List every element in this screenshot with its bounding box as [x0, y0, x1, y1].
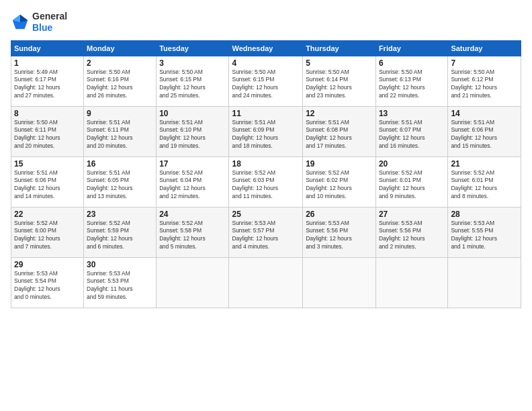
day-number: 29 — [14, 260, 81, 269]
day-number: 21 — [451, 159, 518, 169]
calendar-cell: 29Sunrise: 5:53 AM Sunset: 5:54 PM Dayli… — [11, 257, 84, 308]
day-number: 28 — [451, 210, 518, 219]
day-info: Sunrise: 5:50 AM Sunset: 6:13 PM Dayligh… — [379, 68, 445, 101]
day-info: Sunrise: 5:51 AM Sunset: 6:09 PM Dayligh… — [232, 119, 300, 151]
week-row-3: 15Sunrise: 5:51 AM Sunset: 6:06 PM Dayli… — [11, 156, 521, 207]
day-info: Sunrise: 5:51 AM Sunset: 6:06 PM Dayligh… — [451, 119, 518, 151]
day-number: 10 — [159, 109, 226, 118]
calendar-table: SundayMondayTuesdayWednesdayThursdayFrid… — [11, 40, 521, 308]
day-info: Sunrise: 5:52 AM Sunset: 6:01 PM Dayligh… — [451, 169, 518, 201]
calendar-cell: 9Sunrise: 5:51 AM Sunset: 6:11 PM Daylig… — [84, 106, 157, 156]
calendar-cell: 6Sunrise: 5:50 AM Sunset: 6:13 PM Daylig… — [375, 56, 447, 106]
day-info: Sunrise: 5:52 AM Sunset: 6:00 PM Dayligh… — [14, 220, 81, 252]
day-number: 27 — [379, 210, 445, 219]
calendar-cell — [229, 257, 303, 308]
day-number: 7 — [451, 58, 518, 68]
week-row-1: 1Sunrise: 5:49 AM Sunset: 6:17 PM Daylig… — [11, 56, 521, 106]
weekday-header-sunday: Sunday — [11, 40, 84, 56]
day-number: 23 — [87, 210, 153, 219]
day-number: 30 — [87, 260, 153, 269]
day-info: Sunrise: 5:52 AM Sunset: 5:58 PM Dayligh… — [159, 220, 226, 252]
day-info: Sunrise: 5:52 AM Sunset: 6:04 PM Dayligh… — [159, 169, 226, 201]
calendar-cell: 15Sunrise: 5:51 AM Sunset: 6:06 PM Dayli… — [11, 156, 84, 207]
day-number: 12 — [306, 109, 373, 118]
calendar-cell: 23Sunrise: 5:52 AM Sunset: 5:59 PM Dayli… — [84, 207, 157, 257]
day-number: 17 — [159, 159, 226, 169]
calendar-cell: 16Sunrise: 5:51 AM Sunset: 6:05 PM Dayli… — [84, 156, 157, 207]
day-info: Sunrise: 5:50 AM Sunset: 6:15 PM Dayligh… — [232, 68, 300, 101]
logo-icon — [11, 13, 30, 32]
weekday-header-friday: Friday — [375, 40, 447, 56]
calendar-header-row: SundayMondayTuesdayWednesdayThursdayFrid… — [11, 40, 521, 56]
calendar-cell: 10Sunrise: 5:51 AM Sunset: 6:10 PM Dayli… — [157, 106, 229, 156]
day-number: 14 — [451, 109, 518, 118]
day-info: Sunrise: 5:50 AM Sunset: 6:16 PM Dayligh… — [87, 68, 153, 101]
day-number: 20 — [379, 159, 445, 169]
day-info: Sunrise: 5:53 AM Sunset: 5:56 PM Dayligh… — [379, 220, 445, 252]
day-number: 24 — [159, 210, 226, 219]
day-info: Sunrise: 5:51 AM Sunset: 6:10 PM Dayligh… — [159, 119, 226, 151]
calendar-cell: 5Sunrise: 5:50 AM Sunset: 6:14 PM Daylig… — [303, 56, 376, 106]
day-number: 3 — [159, 58, 226, 68]
calendar-cell: 25Sunrise: 5:53 AM Sunset: 5:57 PM Dayli… — [229, 207, 303, 257]
day-info: Sunrise: 5:50 AM Sunset: 6:11 PM Dayligh… — [14, 119, 81, 151]
day-info: Sunrise: 5:52 AM Sunset: 6:01 PM Dayligh… — [379, 169, 445, 201]
weekday-header-tuesday: Tuesday — [157, 40, 229, 56]
calendar-cell: 19Sunrise: 5:52 AM Sunset: 6:02 PM Dayli… — [303, 156, 376, 207]
weekday-header-saturday: Saturday — [448, 40, 521, 56]
calendar-cell: 3Sunrise: 5:50 AM Sunset: 6:15 PM Daylig… — [157, 56, 229, 106]
logo-text: General Blue — [32, 11, 67, 34]
calendar-cell: 26Sunrise: 5:53 AM Sunset: 5:56 PM Dayli… — [303, 207, 376, 257]
day-number: 1 — [14, 58, 81, 68]
day-number: 18 — [232, 159, 300, 169]
day-info: Sunrise: 5:50 AM Sunset: 6:14 PM Dayligh… — [306, 68, 373, 101]
calendar-cell — [448, 257, 521, 308]
day-info: Sunrise: 5:49 AM Sunset: 6:17 PM Dayligh… — [14, 68, 81, 101]
day-info: Sunrise: 5:53 AM Sunset: 5:54 PM Dayligh… — [14, 270, 81, 302]
day-number: 9 — [87, 109, 153, 118]
day-number: 19 — [306, 159, 373, 169]
day-info: Sunrise: 5:51 AM Sunset: 6:05 PM Dayligh… — [87, 169, 153, 201]
day-info: Sunrise: 5:51 AM Sunset: 6:08 PM Dayligh… — [306, 119, 373, 151]
day-number: 2 — [87, 58, 153, 68]
weekday-header-monday: Monday — [84, 40, 157, 56]
calendar-cell: 20Sunrise: 5:52 AM Sunset: 6:01 PM Dayli… — [375, 156, 447, 207]
calendar-cell: 4Sunrise: 5:50 AM Sunset: 6:15 PM Daylig… — [229, 56, 303, 106]
calendar-cell: 7Sunrise: 5:50 AM Sunset: 6:12 PM Daylig… — [448, 56, 521, 106]
week-row-2: 8Sunrise: 5:50 AM Sunset: 6:11 PM Daylig… — [11, 106, 521, 156]
calendar-cell — [375, 257, 447, 308]
logo: General Blue — [11, 11, 67, 34]
calendar-cell: 17Sunrise: 5:52 AM Sunset: 6:04 PM Dayli… — [157, 156, 229, 207]
day-number: 4 — [232, 58, 300, 68]
day-number: 22 — [14, 210, 81, 219]
calendar-cell: 11Sunrise: 5:51 AM Sunset: 6:09 PM Dayli… — [229, 106, 303, 156]
calendar-cell: 22Sunrise: 5:52 AM Sunset: 6:00 PM Dayli… — [11, 207, 84, 257]
day-info: Sunrise: 5:50 AM Sunset: 6:12 PM Dayligh… — [451, 68, 518, 101]
week-row-4: 22Sunrise: 5:52 AM Sunset: 6:00 PM Dayli… — [11, 207, 521, 257]
day-info: Sunrise: 5:50 AM Sunset: 6:15 PM Dayligh… — [159, 68, 226, 101]
header: General Blue — [11, 11, 521, 34]
calendar-cell: 14Sunrise: 5:51 AM Sunset: 6:06 PM Dayli… — [448, 106, 521, 156]
calendar-cell: 24Sunrise: 5:52 AM Sunset: 5:58 PM Dayli… — [157, 207, 229, 257]
day-info: Sunrise: 5:53 AM Sunset: 5:56 PM Dayligh… — [306, 220, 373, 252]
weekday-header-thursday: Thursday — [303, 40, 376, 56]
day-number: 16 — [87, 159, 153, 169]
day-info: Sunrise: 5:52 AM Sunset: 6:03 PM Dayligh… — [232, 169, 300, 201]
calendar-cell: 2Sunrise: 5:50 AM Sunset: 6:16 PM Daylig… — [84, 56, 157, 106]
day-number: 11 — [232, 109, 300, 118]
page: General Blue SundayMondayTuesdayWednesda… — [0, 0, 532, 411]
day-number: 8 — [14, 109, 81, 118]
day-info: Sunrise: 5:51 AM Sunset: 6:07 PM Dayligh… — [379, 119, 445, 151]
day-info: Sunrise: 5:52 AM Sunset: 5:59 PM Dayligh… — [87, 220, 153, 252]
day-number: 15 — [14, 159, 81, 169]
day-info: Sunrise: 5:51 AM Sunset: 6:11 PM Dayligh… — [87, 119, 153, 151]
day-info: Sunrise: 5:53 AM Sunset: 5:53 PM Dayligh… — [87, 270, 153, 302]
calendar-cell — [157, 257, 229, 308]
day-number: 6 — [379, 58, 445, 68]
day-info: Sunrise: 5:53 AM Sunset: 5:57 PM Dayligh… — [232, 220, 300, 252]
calendar-cell: 12Sunrise: 5:51 AM Sunset: 6:08 PM Dayli… — [303, 106, 376, 156]
day-info: Sunrise: 5:53 AM Sunset: 5:55 PM Dayligh… — [451, 220, 518, 252]
calendar-cell: 21Sunrise: 5:52 AM Sunset: 6:01 PM Dayli… — [448, 156, 521, 207]
day-info: Sunrise: 5:51 AM Sunset: 6:06 PM Dayligh… — [14, 169, 81, 201]
week-row-5: 29Sunrise: 5:53 AM Sunset: 5:54 PM Dayli… — [11, 257, 521, 308]
